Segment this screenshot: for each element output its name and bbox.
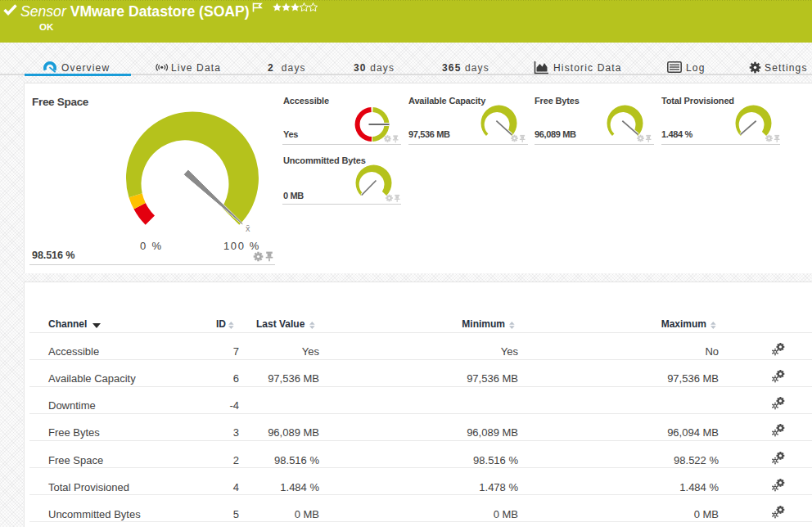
svg-text:x̄: x̄ [246, 223, 250, 233]
